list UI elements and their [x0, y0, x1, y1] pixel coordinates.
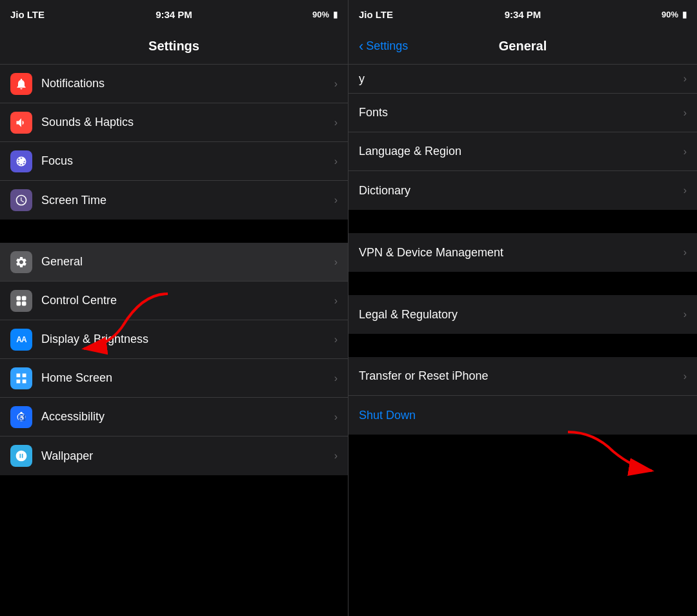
battery-left: 90%: [312, 10, 329, 19]
shutdown-label: Shut Down: [359, 409, 687, 422]
screentime-icon: [10, 189, 32, 211]
left-page-title: Settings: [148, 39, 199, 54]
divider-1: [0, 220, 348, 243]
svg-rect-2: [17, 301, 21, 305]
group-vpn: VPN & Device Management ›: [348, 233, 697, 272]
status-bar-right: Jio LTE 9:34 PM 90% ▮: [348, 0, 697, 28]
notifications-label: Notifications: [41, 77, 334, 90]
time-right: 9:34 PM: [505, 9, 541, 20]
carrier-left: Jio: [10, 9, 25, 20]
settings-panel: Jio LTE 9:34 PM 90% ▮ Settings Notificat…: [0, 0, 348, 616]
sounds-icon: [10, 112, 32, 134]
dictionary-chevron: ›: [683, 185, 687, 196]
carrier-right: Jio: [359, 9, 373, 20]
right-item-shutdown[interactable]: Shut Down: [348, 396, 697, 435]
sidebar-item-notifications[interactable]: Notifications ›: [0, 65, 348, 103]
group-transfer: Transfer or Reset iPhone › Shut Down: [348, 357, 697, 435]
status-left: Jio LTE: [10, 9, 45, 20]
sidebar-item-wallpaper[interactable]: Wallpaper ›: [0, 436, 348, 475]
sidebar-item-controlcentre[interactable]: Control Centre ›: [0, 282, 348, 320]
battery-icon-left: ▮: [333, 10, 338, 19]
partial-label: y: [359, 72, 683, 86]
fonts-chevron: ›: [683, 107, 687, 119]
wallpaper-icon: [10, 445, 32, 467]
settings-group-1: Notifications › Sounds & Haptics › Focus…: [0, 65, 348, 220]
svg-rect-3: [22, 301, 26, 305]
sidebar-item-general[interactable]: General ›: [0, 243, 348, 282]
status-left-right: Jio LTE: [359, 9, 393, 20]
status-right-left: 90% ▮: [312, 10, 338, 19]
legal-label: Legal & Regulatory: [359, 308, 683, 322]
back-chevron-icon: ‹: [359, 38, 363, 55]
partial-chevron: ›: [683, 73, 687, 85]
wallpaper-label: Wallpaper: [41, 449, 334, 463]
language-chevron: ›: [683, 146, 687, 158]
displaybrightness-chevron: ›: [334, 334, 338, 345]
back-label: Settings: [366, 39, 408, 53]
status-right-right: 90% ▮: [662, 10, 687, 19]
right-item-legal[interactable]: Legal & Regulatory ›: [348, 295, 697, 334]
sidebar-item-sounds[interactable]: Sounds & Haptics ›: [0, 103, 348, 142]
gap-2: [348, 272, 697, 295]
right-item-language[interactable]: Language & Region ›: [348, 132, 697, 171]
sidebar-item-accessibility[interactable]: ♿ Accessibility ›: [0, 398, 348, 436]
sidebar-item-displaybrightness[interactable]: AA Display & Brightness ›: [0, 320, 348, 359]
sidebar-item-homescreen[interactable]: Home Screen ›: [0, 359, 348, 398]
left-nav-title-bar: Settings: [0, 28, 348, 65]
general-icon: [10, 251, 32, 273]
back-button[interactable]: ‹ Settings: [359, 38, 408, 55]
battery-icon-right: ▮: [682, 10, 687, 19]
homescreen-icon: [10, 367, 32, 389]
right-item-dictionary[interactable]: Dictionary ›: [348, 171, 697, 210]
gap-3: [348, 334, 697, 357]
fonts-label: Fonts: [359, 106, 683, 119]
language-label: Language & Region: [359, 145, 683, 158]
vpn-chevron: ›: [683, 247, 687, 258]
homescreen-chevron: ›: [334, 373, 338, 384]
displaybrightness-icon: AA: [10, 329, 32, 351]
right-panel: Jio LTE 9:34 PM 90% ▮ ‹ Settings General…: [348, 0, 697, 616]
general-settings-list: y › Fonts › Language & Region › Dictiona…: [348, 65, 697, 616]
general-label: General: [41, 255, 334, 269]
dictionary-label: Dictionary: [359, 184, 683, 198]
partial-group: y ›: [348, 65, 697, 94]
focus-chevron: ›: [334, 156, 338, 167]
controlcentre-label: Control Centre: [41, 294, 334, 307]
network-left: LTE: [27, 9, 45, 20]
svg-text:♿: ♿: [18, 413, 26, 421]
gap-1: [348, 210, 697, 233]
status-bar-left: Jio LTE 9:34 PM 90% ▮: [0, 0, 348, 28]
partial-item[interactable]: y ›: [348, 65, 697, 94]
homescreen-label: Home Screen: [41, 371, 334, 385]
right-item-fonts[interactable]: Fonts ›: [348, 94, 697, 132]
sidebar-item-focus[interactable]: Focus ›: [0, 142, 348, 181]
notifications-icon: [10, 73, 32, 95]
left-panel: Jio LTE 9:34 PM 90% ▮ Settings Notificat…: [0, 0, 348, 616]
group-legal: Legal & Regulatory ›: [348, 295, 697, 334]
group-fonts: Fonts › Language & Region › Dictionary ›: [348, 94, 697, 210]
general-settings-panel: Jio LTE 9:34 PM 90% ▮ ‹ Settings General…: [348, 0, 697, 616]
settings-group-2: General › Control Centre › AA Display & …: [0, 243, 348, 475]
right-item-vpn[interactable]: VPN & Device Management ›: [348, 233, 697, 272]
focus-label: Focus: [41, 154, 334, 168]
sounds-label: Sounds & Haptics: [41, 116, 334, 129]
transfer-label: Transfer or Reset iPhone: [359, 369, 683, 383]
sounds-chevron: ›: [334, 117, 338, 128]
focus-icon: [10, 150, 32, 172]
controlcentre-chevron: ›: [334, 295, 338, 307]
right-item-transfer[interactable]: Transfer or Reset iPhone ›: [348, 357, 697, 396]
right-nav-header: ‹ Settings General: [348, 28, 697, 65]
svg-rect-1: [22, 296, 26, 300]
sidebar-item-screentime[interactable]: Screen Time ›: [0, 181, 348, 220]
accessibility-chevron: ›: [334, 411, 338, 423]
vpn-label: VPN & Device Management: [359, 246, 683, 260]
wallpaper-chevron: ›: [334, 450, 338, 462]
battery-right: 90%: [662, 10, 678, 19]
accessibility-icon: ♿: [10, 406, 32, 428]
notifications-chevron: ›: [334, 78, 338, 90]
time-left: 9:34 PM: [156, 9, 192, 20]
svg-rect-0: [17, 296, 21, 300]
network-right: LTE: [376, 9, 393, 20]
accessibility-label: Accessibility: [41, 410, 334, 424]
displaybrightness-label: Display & Brightness: [41, 333, 334, 346]
